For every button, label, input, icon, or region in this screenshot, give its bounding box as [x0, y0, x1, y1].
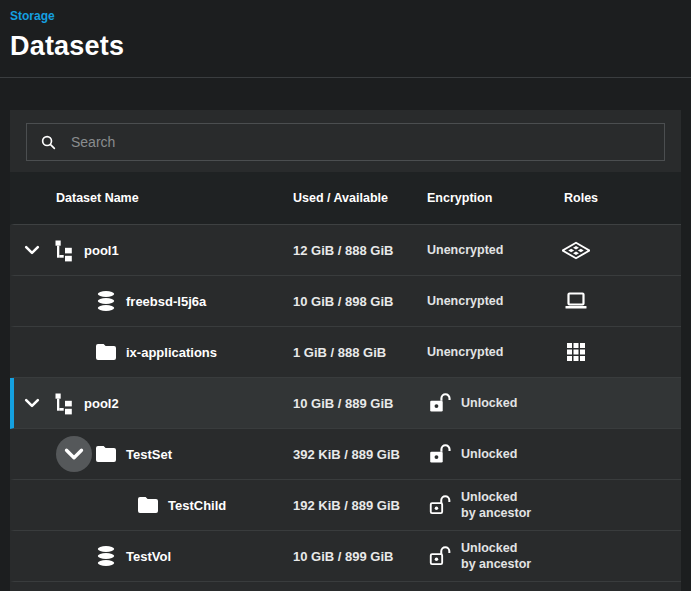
table-row[interactable]: freebsd-l5j6a 10 GiB / 898 GiB Unencrypt…: [10, 276, 681, 327]
dataset-name-cell: ix-applications: [14, 338, 293, 366]
table-row[interactable]: TestSet 392 KiB / 889 GiB Unlocked: [10, 429, 681, 480]
tree-indent: [18, 454, 60, 455]
dataset-name-label: ix-applications: [126, 345, 217, 360]
expand-collapse-chevron-icon[interactable]: [18, 236, 46, 264]
dataset-table-body: pool1 12 GiB / 888 GiB Unencrypted freeb…: [10, 225, 681, 582]
expander-slot: [60, 287, 88, 315]
encryption-state-label: Unencrypted: [427, 242, 503, 258]
column-header-dataset-name: Dataset Name: [14, 191, 293, 205]
encryption-text: Unlocked by ancestor: [461, 540, 531, 573]
table-row[interactable]: pool1 12 GiB / 888 GiB Unencrypted: [10, 225, 681, 276]
dataset-name-cell: freebsd-l5j6a: [14, 287, 293, 315]
page-header: Storage Datasets: [0, 0, 691, 62]
table-row[interactable]: pool2 10 GiB / 889 GiB Unlocked: [10, 378, 681, 429]
encryption-cell: Unlocked: [427, 443, 560, 466]
encryption-state-label: Unencrypted: [427, 344, 503, 360]
encryption-text: Unlocked by ancestor: [461, 489, 531, 522]
apps-grid-role-icon: [562, 338, 590, 366]
dataset-name-label: pool1: [84, 243, 119, 258]
expand-collapse-chevron-button[interactable]: [56, 436, 92, 472]
encryption-text: Unlocked: [461, 395, 517, 411]
dataset-name-label: pool2: [84, 396, 119, 411]
used-available-cell: 192 KiB / 889 GiB: [293, 498, 427, 513]
tree-indent: [18, 352, 60, 353]
dataset-name-label: TestVol: [126, 549, 171, 564]
encryption-sublabel: by ancestor: [461, 556, 531, 572]
dataset-name-cell: TestVol: [14, 542, 293, 570]
expander-slot: [60, 542, 88, 570]
dataset-name-cell: TestChild: [14, 491, 293, 519]
encryption-cell: Unencrypted: [427, 344, 560, 360]
dataset-name-cell: TestSet: [14, 436, 293, 472]
search-row: [10, 110, 681, 172]
folder-icon: [94, 442, 118, 466]
dataset-tree-icon: [52, 391, 76, 415]
used-available-cell: 10 GiB / 898 GiB: [293, 294, 427, 309]
encryption-state-label: Unlocked: [461, 446, 517, 462]
column-header-roles: Roles: [560, 191, 681, 205]
folder-icon: [136, 493, 160, 517]
encryption-cell: Unencrypted: [427, 293, 560, 309]
laptop-role-icon: [562, 287, 590, 315]
encryption-state-label: Unlocked: [461, 540, 531, 556]
tree-indent: [18, 556, 60, 557]
lock-open-outline-icon: [427, 545, 452, 568]
roles-cell: [560, 338, 681, 366]
search-box[interactable]: [26, 123, 665, 161]
roles-cell: [560, 287, 681, 315]
used-available-cell: 392 KiB / 889 GiB: [293, 447, 427, 462]
lock-open-outline-icon: [427, 494, 452, 517]
lock-open-filled-icon: [427, 443, 452, 466]
encryption-sublabel: by ancestor: [461, 505, 531, 521]
encryption-text: Unlocked: [461, 446, 517, 462]
dataset-name-cell: pool1: [14, 236, 293, 264]
dataset-name-label: freebsd-l5j6a: [126, 294, 206, 309]
table-header-row: Dataset Name Used / Available Encryption…: [10, 172, 681, 225]
column-header-used-available: Used / Available: [293, 191, 427, 205]
tree-indent: [18, 505, 102, 506]
used-available-cell: 12 GiB / 888 GiB: [293, 243, 427, 258]
search-icon: [39, 133, 58, 152]
table-row[interactable]: TestChild 192 KiB / 889 GiB Unlocked by …: [10, 480, 681, 531]
encryption-cell: Unlocked: [427, 392, 560, 415]
dataset-tree-icon: [52, 238, 76, 262]
dataset-name-label: TestChild: [168, 498, 226, 513]
encryption-text: Unencrypted: [427, 242, 503, 258]
dataset-name-label: TestSet: [126, 447, 172, 462]
lock-open-filled-icon: [427, 392, 452, 415]
tree-indent: [18, 301, 60, 302]
encryption-text: Unencrypted: [427, 293, 503, 309]
encryption-state-label: Unlocked: [461, 489, 531, 505]
dataset-name-cell: pool2: [14, 389, 293, 417]
breadcrumb-storage-link[interactable]: Storage: [10, 9, 55, 23]
encryption-cell: Unlocked by ancestor: [427, 540, 560, 573]
encryption-cell: Unlocked by ancestor: [427, 489, 560, 522]
expand-collapse-chevron-icon[interactable]: [18, 389, 46, 417]
table-row[interactable]: ix-applications 1 GiB / 888 GiB Unencryp…: [10, 327, 681, 378]
roles-cell: [560, 236, 681, 264]
folder-icon: [94, 340, 118, 364]
column-header-encryption: Encryption: [427, 191, 560, 205]
database-icon: [94, 289, 118, 313]
header-divider: [0, 77, 691, 78]
expander-slot: [102, 491, 130, 519]
search-input[interactable]: [69, 133, 652, 151]
expander-slot: [60, 338, 88, 366]
used-available-cell: 10 GiB / 889 GiB: [293, 396, 427, 411]
encryption-state-label: Unlocked: [461, 395, 517, 411]
encryption-cell: Unencrypted: [427, 242, 560, 258]
table-row[interactable]: TestVol 10 GiB / 899 GiB Unlocked by anc…: [10, 531, 681, 582]
encryption-state-label: Unencrypted: [427, 293, 503, 309]
datasets-card: Dataset Name Used / Available Encryption…: [10, 110, 681, 591]
page-title: Datasets: [10, 31, 681, 62]
pool-sphere-role-icon: [562, 236, 590, 264]
used-available-cell: 10 GiB / 899 GiB: [293, 549, 427, 564]
used-available-cell: 1 GiB / 888 GiB: [293, 345, 427, 360]
encryption-text: Unencrypted: [427, 344, 503, 360]
database-icon: [94, 544, 118, 568]
